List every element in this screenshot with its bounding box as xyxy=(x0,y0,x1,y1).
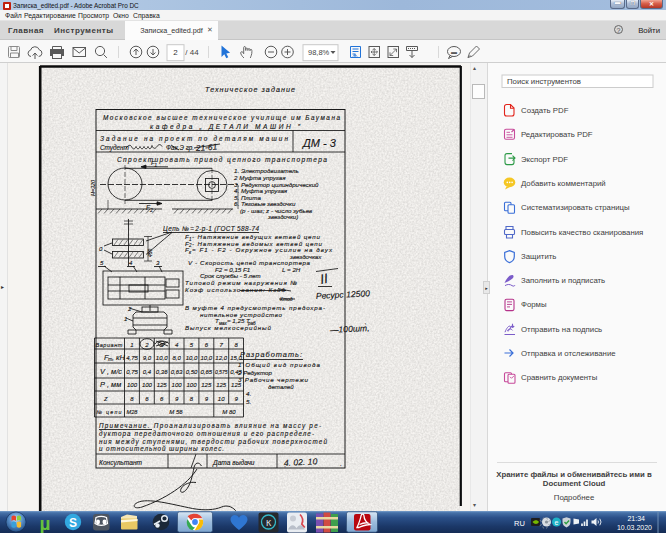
svg-text:125: 125 xyxy=(216,382,227,388)
svg-text:1: 1 xyxy=(124,316,127,322)
svg-text:z: z xyxy=(103,394,108,403)
svg-text:Московское высшее техническое: Московское высшее техническое училище им… xyxy=(103,114,340,122)
svg-text:.: . xyxy=(340,459,342,468)
svg-text:9,0: 9,0 xyxy=(143,355,152,361)
svg-text:100: 100 xyxy=(127,382,138,388)
svg-text:3 Рабочие чертежи: 3 Рабочие чертежи xyxy=(238,376,309,383)
svg-text:0,50: 0,50 xyxy=(186,369,198,375)
svg-text:Выпуск мелкосерийный: Выпуск мелкосерийный xyxy=(185,324,272,331)
svg-text:V , м/с: V , м/с xyxy=(100,367,122,376)
svg-text:М28: М28 xyxy=(127,409,139,415)
svg-text:2 Муфта упругая: 2 Муфта упругая xyxy=(233,174,286,181)
svg-text:Н=320: Н=320 xyxy=(90,180,96,196)
svg-text:2: 2 xyxy=(149,207,153,213)
svg-text:Систематизировать страницы: Систематизировать страницы xyxy=(521,203,630,212)
svg-text:S: S xyxy=(69,516,77,530)
svg-text:125: 125 xyxy=(201,382,212,388)
svg-text:µ: µ xyxy=(40,513,51,533)
svg-text:К: К xyxy=(266,518,272,528)
svg-text:Экспорт PDF: Экспорт PDF xyxy=(521,155,568,164)
svg-text:450: 450 xyxy=(147,248,153,257)
svg-text:Спроектировать привод цепного: Спроектировать привод цепного транспорте… xyxy=(117,156,327,164)
svg-text:Формы: Формы xyxy=(521,300,547,309)
svg-text:5.: 5. xyxy=(246,398,251,405)
svg-text:L = 2Н: L = 2Н xyxy=(282,266,301,273)
svg-text:Защитить: Защитить xyxy=(521,252,556,261)
svg-text:12,0: 12,0 xyxy=(215,355,227,361)
svg-text:Срок службы - 5 лет: Срок службы - 5 лет xyxy=(200,272,261,279)
svg-text:0,575: 0,575 xyxy=(215,369,228,375)
svg-text:Создать PDF: Создать PDF xyxy=(521,106,569,115)
svg-text:М 80: М 80 xyxy=(222,409,236,415)
svg-text:—100шт̀,: —100шт̀, xyxy=(329,322,370,335)
svg-text:, кН: , кН xyxy=(112,353,126,362)
svg-text:1 Общий вид привода: 1 Общий вид привода xyxy=(238,361,321,368)
svg-text:0,65: 0,65 xyxy=(200,369,212,375)
svg-text:10: 10 xyxy=(218,396,225,402)
svg-text:100: 100 xyxy=(142,382,153,388)
svg-text:Document Cloud: Document Cloud xyxy=(543,479,606,488)
svg-text:ДМ - 3: ДМ - 3 xyxy=(301,137,337,149)
svg-text:Техническое задание: Техническое задание xyxy=(205,85,295,94)
svg-text:0,75: 0,75 xyxy=(126,369,138,375)
svg-text:10,0: 10,0 xyxy=(186,355,198,361)
svg-text:2 Редуктор: 2 Редуктор xyxy=(237,369,273,376)
svg-text:Разработать:: Разработать: xyxy=(240,350,302,359)
svg-text:Поиск инструментов: Поиск инструментов xyxy=(507,77,581,86)
svg-text:Редактировать PDF: Редактировать PDF xyxy=(521,130,593,139)
svg-text:4̣. 02. 10: 4̣. 02. 10 xyxy=(283,456,317,468)
svg-text:10,0: 10,0 xyxy=(200,355,212,361)
svg-text:4,75: 4,75 xyxy=(126,355,138,361)
svg-text:▬: ▬ xyxy=(451,49,457,55)
svg-text:Дата выдачи: Дата выдачи xyxy=(212,459,255,467)
svg-text:Коэф использования: Кгод: Коэф использования: Кгод xyxy=(185,286,286,293)
svg-text:и относительной ширины ко: и относительной ширины колес. xyxy=(99,445,224,453)
svg-text:дуктора передаточного отноше: дуктора передаточного отношения и его ра… xyxy=(99,430,314,438)
svg-text:/ 44: / 44 xyxy=(185,48,199,57)
svg-text:2: 2 xyxy=(173,48,178,57)
svg-text:Цепь № = 2-р-1 (ГОСТ 588-74: Цепь № = 2-р-1 (ГОСТ 588-74 xyxy=(163,225,259,233)
svg-text:Добавить комментарий: Добавить комментарий xyxy=(521,179,606,188)
svg-text:4.: 4. xyxy=(246,390,251,397)
svg-text:Храните файлы и обменивайтесь: Храните файлы и обменивайтесь ими в xyxy=(496,470,652,479)
svg-text:Р , мм: Р , мм xyxy=(100,380,121,389)
svg-text:Консультант: Консультант xyxy=(99,459,143,467)
svg-text:1: 1 xyxy=(130,342,133,348)
svg-text:Примечание. Проанализировать: Примечание. Проанализировать влияние на … xyxy=(99,422,321,430)
svg-text:RU: RU xyxy=(514,519,525,528)
svg-text:Отправить на подпись: Отправить на подпись xyxy=(521,325,602,334)
svg-text:10,0: 10,0 xyxy=(156,355,168,361)
svg-text:Отправка и отслеживание: Отправка и отслеживание xyxy=(521,349,616,358)
svg-text:100: 100 xyxy=(186,382,197,388)
svg-text:Повысить качество сканирования: Повысить качество сканирования xyxy=(521,228,643,237)
svg-text:10.03.2020: 10.03.2020 xyxy=(617,524,652,531)
svg-text:Типовой режим нагружения №: Типовой режим нагружения № xyxy=(185,279,297,286)
svg-text:2: 2 xyxy=(144,342,149,348)
svg-text:2: 2 xyxy=(127,306,132,312)
svg-text:М 56: М 56 xyxy=(169,409,183,415)
svg-text:Вариант: Вариант xyxy=(96,342,123,348)
svg-text:кафедра „ ДЕТАЛИ МАШИН ”: кафедра „ ДЕТАЛИ МАШИН ” xyxy=(150,123,301,131)
svg-text:8,0: 8,0 xyxy=(172,355,181,361)
svg-text:98,8%: 98,8% xyxy=(308,48,330,57)
svg-text:100: 100 xyxy=(172,382,183,388)
svg-text:Задание на проект по детал: Задание на проект по деталям машин xyxy=(100,135,288,143)
svg-text:Сравнить документы: Сравнить документы xyxy=(521,373,598,382)
svg-text:Студент: Студент xyxy=(100,144,130,152)
svg-text:№ цепи: № цепи xyxy=(97,409,122,415)
svg-text:0,36: 0,36 xyxy=(156,369,168,375)
svg-text:Подробнее: Подробнее xyxy=(554,493,594,502)
svg-text:0,63: 0,63 xyxy=(171,369,183,375)
svg-text:звездочки): звездочки) xyxy=(267,213,298,220)
svg-text:деталей: деталей xyxy=(268,383,294,390)
svg-text:0,4: 0,4 xyxy=(143,369,152,375)
svg-text:e: e xyxy=(555,519,559,526)
svg-text:Заполнить и подписать: Заполнить и подписать xyxy=(521,276,605,285)
svg-text:21:34: 21:34 xyxy=(627,515,645,522)
svg-text:125: 125 xyxy=(231,382,242,388)
svg-text:Фак.Э гр.: Фак.Э гр. xyxy=(166,144,194,152)
svg-text:125: 125 xyxy=(157,382,168,388)
svg-text:1. Электродвигатель: 1. Электродвигатель xyxy=(234,167,299,174)
